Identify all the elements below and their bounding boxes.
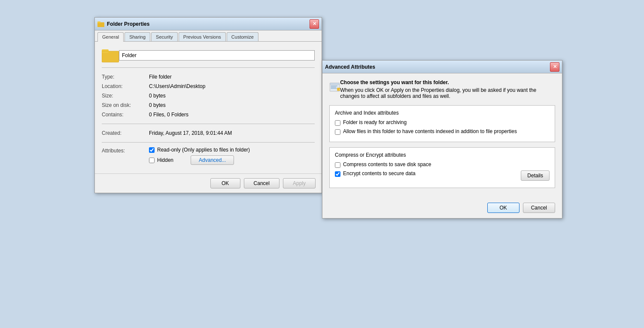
archive-label: Folder is ready for archiving [343,119,407,125]
tab-customize[interactable]: Customize [227,32,258,41]
hidden-checkbox[interactable] [149,158,155,163]
hidden-label: Hidden [157,157,173,163]
cancel-button[interactable]: Cancel [244,178,279,188]
folder-name-input[interactable] [119,50,315,61]
compress-group: Compress or Encrypt attributes Compress … [329,147,555,188]
adv-cancel-button[interactable]: Cancel [523,203,555,213]
index-checkbox[interactable] [335,129,340,135]
compress-checkbox-row: Compress contents to save disk space [335,161,550,168]
adv-bottom-buttons: OK Cancel [322,199,562,218]
encrypt-inner: Encrypt contents to secure data [335,170,416,177]
compress-checkbox[interactable] [335,162,340,168]
archive-checkbox[interactable] [335,120,340,126]
folder-title-icon [97,21,104,27]
folder-header [102,48,315,63]
index-label: Allow files in this folder to have conte… [343,128,517,134]
table-row: Created: Friday, August 17, 2018, 9:01:4… [102,128,315,138]
compress-label: Compress contents to save disk space [343,161,431,167]
encrypt-label: Encrypt contents to secure data [343,170,416,176]
hidden-row: Hidden Advanced... [149,155,315,165]
close-button[interactable]: ✕ [310,19,319,29]
archive-group-title: Archive and Index attributes [335,110,550,116]
compress-group-title: Compress or Encrypt attributes [335,152,550,158]
field-label: Size on disk: [102,100,149,110]
folder-properties-window: Folder Properties ✕ General Sharing Secu… [94,17,322,193]
attributes-label: Attributes: [102,147,149,154]
attributes-checkboxes: Read-only (Only applies to files in fold… [149,147,315,167]
divider-1 [102,67,315,68]
advanced-attributes-window: Advanced Attributes ✕ → Choose the setti… [322,60,562,219]
apply-button[interactable]: Apply [283,178,316,188]
archive-group: Archive and Index attributes Folder is r… [329,105,555,142]
folder-props-title: Folder Properties [107,21,310,27]
readonly-label: Read-only (Only applies to files in fold… [157,147,250,153]
archive-checkbox-row: Folder is ready for archiving [335,119,550,126]
field-value: File folder [149,72,315,82]
divider-2 [102,124,315,124]
tabs-bar: General Sharing Security Previous Versio… [95,30,322,42]
table-row: Contains: 0 Files, 0 Folders [102,110,315,119]
adv-content: → Choose the settings you want for this … [322,73,562,199]
info-table: Type: File folder Location: C:\Users\Adm… [102,72,315,119]
table-row: Size: 0 bytes [102,91,315,100]
tab-general[interactable]: General [97,32,124,42]
folder-large-icon [102,48,119,63]
advanced-button[interactable]: Advanced... [191,155,234,165]
tab-sharing[interactable]: Sharing [125,32,150,41]
adv-ok-button[interactable]: OK [487,203,519,213]
table-row: Size on disk: 0 bytes [102,100,315,110]
attributes-row: Attributes: Read-only (Only applies to f… [102,147,315,167]
field-label: Size: [102,91,149,100]
field-label: Location: [102,82,149,91]
index-checkbox-row: Allow files in this folder to have conte… [335,128,550,135]
divider-3 [102,142,315,143]
encrypt-row: Encrypt contents to secure data Details [335,170,550,181]
adv-desc-line2: When you click OK or Apply on the Proper… [340,87,555,99]
field-value: 0 bytes [149,91,315,100]
created-table: Created: Friday, August 17, 2018, 9:01:4… [102,128,315,138]
readonly-checkbox[interactable] [149,147,155,153]
svg-rect-10 [331,88,337,88]
svg-rect-7 [330,83,339,85]
adv-title-bar: Advanced Attributes ✕ [322,61,562,73]
details-button[interactable]: Details [521,170,550,181]
table-row: Type: File folder [102,72,315,82]
bottom-buttons: OK Cancel Apply [95,173,322,193]
adv-description: Choose the settings you want for this fo… [340,79,555,99]
adv-desc-line1: Choose the settings you want for this fo… [340,79,555,85]
tab-previous-versions[interactable]: Previous Versions [179,32,226,41]
readonly-row: Read-only (Only applies to files in fold… [149,147,315,153]
adv-title: Advanced Attributes [325,64,550,70]
svg-rect-9 [331,87,336,87]
field-value: 0 bytes [149,100,315,110]
tab-security[interactable]: Security [151,32,178,41]
encrypt-checkbox[interactable] [335,171,340,177]
field-value: Friday, August 17, 2018, 9:01:44 AM [149,128,315,138]
field-value: 0 Files, 0 Folders [149,110,315,119]
svg-rect-8 [331,86,337,86]
adv-header: → Choose the settings you want for this … [329,79,555,99]
ok-button[interactable]: OK [210,178,240,188]
props-content: Type: File folder Location: C:\Users\Adm… [95,42,322,173]
folder-props-title-bar: Folder Properties ✕ [95,18,322,30]
field-label: Contains: [102,110,149,119]
svg-rect-4 [102,51,119,62]
field-value: C:\Users\Admin\Desktop [149,82,315,91]
field-label: Type: [102,72,149,82]
field-label: Created: [102,128,149,138]
table-row: Location: C:\Users\Admin\Desktop [102,82,315,91]
adv-close-button[interactable]: ✕ [550,62,559,72]
svg-rect-1 [97,21,100,23]
adv-attrs-icon: → [329,79,340,95]
